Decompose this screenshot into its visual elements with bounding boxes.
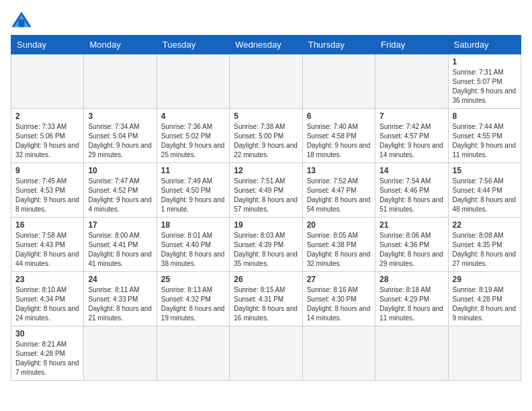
day-info: Sunrise: 7:33 AM Sunset: 5:06 PM Dayligh…: [15, 122, 79, 160]
calendar-cell: 12Sunrise: 7:51 AM Sunset: 4:49 PM Dayli…: [230, 163, 302, 218]
day-number: 23: [15, 275, 79, 284]
day-number: 21: [380, 220, 443, 230]
day-info: Sunrise: 7:44 AM Sunset: 4:55 PM Dayligh…: [453, 122, 517, 160]
calendar-cell: 18Sunrise: 8:01 AM Sunset: 4:40 PM Dayli…: [157, 218, 229, 272]
calendar-cell: [302, 326, 375, 381]
day-number: 7: [380, 111, 443, 121]
header-thursday: Thursday: [302, 36, 375, 54]
day-info: Sunrise: 8:18 AM Sunset: 4:29 PM Dayligh…: [380, 285, 443, 323]
calendar-cell: [448, 326, 521, 381]
day-number: 26: [234, 275, 298, 284]
calendar-cell: 24Sunrise: 8:11 AM Sunset: 4:33 PM Dayli…: [84, 272, 157, 326]
calendar-cell: 11Sunrise: 7:49 AM Sunset: 4:50 PM Dayli…: [157, 163, 229, 218]
calendar-cell: 5Sunrise: 7:38 AM Sunset: 5:00 PM Daylig…: [230, 109, 302, 163]
calendar-cell: [375, 54, 448, 109]
calendar-cell: 26Sunrise: 8:15 AM Sunset: 4:31 PM Dayli…: [230, 272, 302, 326]
logo: [11, 11, 35, 30]
calendar-cell: 17Sunrise: 8:00 AM Sunset: 4:41 PM Dayli…: [84, 218, 157, 272]
day-info: Sunrise: 8:01 AM Sunset: 4:40 PM Dayligh…: [161, 231, 225, 269]
day-info: Sunrise: 7:36 AM Sunset: 5:02 PM Dayligh…: [161, 122, 225, 160]
day-number: 18: [161, 220, 225, 230]
calendar-cell: 16Sunrise: 7:58 AM Sunset: 4:43 PM Dayli…: [11, 218, 84, 272]
day-info: Sunrise: 7:49 AM Sunset: 4:50 PM Dayligh…: [161, 177, 225, 214]
day-number: 6: [307, 111, 371, 121]
day-info: Sunrise: 8:00 AM Sunset: 4:41 PM Dayligh…: [88, 231, 152, 269]
day-number: 2: [15, 111, 79, 121]
calendar-cell: [375, 326, 448, 381]
day-number: 16: [15, 220, 79, 230]
calendar-cell: [230, 326, 302, 381]
calendar-cell: [157, 54, 229, 109]
day-number: 9: [15, 166, 79, 175]
calendar-week-row: 2Sunrise: 7:33 AM Sunset: 5:06 PM Daylig…: [11, 109, 521, 163]
day-info: Sunrise: 8:13 AM Sunset: 4:32 PM Dayligh…: [161, 285, 225, 323]
day-info: Sunrise: 7:52 AM Sunset: 4:47 PM Dayligh…: [307, 177, 371, 214]
day-number: 27: [307, 275, 371, 284]
calendar-cell: 30Sunrise: 8:21 AM Sunset: 4:28 PM Dayli…: [11, 326, 84, 381]
day-number: 5: [234, 111, 298, 121]
day-info: Sunrise: 8:05 AM Sunset: 4:38 PM Dayligh…: [307, 231, 371, 269]
calendar-cell: 15Sunrise: 7:56 AM Sunset: 4:44 PM Dayli…: [448, 163, 521, 218]
calendar-cell: 23Sunrise: 8:10 AM Sunset: 4:34 PM Dayli…: [11, 272, 84, 326]
calendar-header-row: SundayMondayTuesdayWednesdayThursdayFrid…: [11, 36, 521, 54]
calendar-cell: 8Sunrise: 7:44 AM Sunset: 4:55 PM Daylig…: [448, 109, 521, 163]
day-number: 20: [307, 220, 371, 230]
calendar-cell: 6Sunrise: 7:40 AM Sunset: 4:58 PM Daylig…: [302, 109, 375, 163]
calendar-cell: 1Sunrise: 7:31 AM Sunset: 5:07 PM Daylig…: [448, 54, 521, 109]
calendar-cell: 14Sunrise: 7:54 AM Sunset: 4:46 PM Dayli…: [375, 163, 448, 218]
day-info: Sunrise: 8:06 AM Sunset: 4:36 PM Dayligh…: [380, 231, 443, 269]
day-info: Sunrise: 8:16 AM Sunset: 4:30 PM Dayligh…: [307, 285, 371, 323]
day-info: Sunrise: 8:03 AM Sunset: 4:39 PM Dayligh…: [234, 231, 298, 269]
calendar-cell: 7Sunrise: 7:42 AM Sunset: 4:57 PM Daylig…: [375, 109, 448, 163]
calendar-cell: 3Sunrise: 7:34 AM Sunset: 5:04 PM Daylig…: [84, 109, 157, 163]
day-info: Sunrise: 7:47 AM Sunset: 4:52 PM Dayligh…: [88, 177, 152, 214]
header-tuesday: Tuesday: [157, 36, 229, 54]
day-number: 14: [380, 166, 443, 175]
calendar-week-row: 1Sunrise: 7:31 AM Sunset: 5:07 PM Daylig…: [11, 54, 521, 109]
day-info: Sunrise: 7:51 AM Sunset: 4:49 PM Dayligh…: [234, 177, 298, 214]
day-info: Sunrise: 8:10 AM Sunset: 4:34 PM Dayligh…: [15, 285, 79, 323]
day-number: 24: [88, 275, 152, 284]
day-number: 4: [161, 111, 225, 121]
day-info: Sunrise: 8:11 AM Sunset: 4:33 PM Dayligh…: [88, 285, 152, 323]
day-info: Sunrise: 7:38 AM Sunset: 5:00 PM Dayligh…: [234, 122, 298, 160]
day-info: Sunrise: 7:31 AM Sunset: 5:07 PM Dayligh…: [453, 68, 517, 105]
header-saturday: Saturday: [448, 36, 521, 54]
header-monday: Monday: [84, 36, 157, 54]
calendar-cell: 4Sunrise: 7:36 AM Sunset: 5:02 PM Daylig…: [157, 109, 229, 163]
day-info: Sunrise: 7:56 AM Sunset: 4:44 PM Dayligh…: [453, 177, 517, 214]
day-number: 17: [88, 220, 152, 230]
calendar-cell: 25Sunrise: 8:13 AM Sunset: 4:32 PM Dayli…: [157, 272, 229, 326]
day-number: 19: [234, 220, 298, 230]
day-info: Sunrise: 7:40 AM Sunset: 4:58 PM Dayligh…: [307, 122, 371, 160]
calendar-cell: 2Sunrise: 7:33 AM Sunset: 5:06 PM Daylig…: [11, 109, 84, 163]
calendar-cell: 13Sunrise: 7:52 AM Sunset: 4:47 PM Dayli…: [302, 163, 375, 218]
calendar-cell: [84, 326, 157, 381]
day-info: Sunrise: 7:34 AM Sunset: 5:04 PM Dayligh…: [88, 122, 152, 160]
day-number: 8: [453, 111, 517, 121]
day-number: 11: [161, 166, 225, 175]
day-number: 15: [453, 166, 517, 175]
calendar-table: SundayMondayTuesdayWednesdayThursdayFrid…: [11, 35, 521, 381]
calendar-cell: [230, 54, 302, 109]
header-sunday: Sunday: [11, 36, 84, 54]
day-info: Sunrise: 7:54 AM Sunset: 4:46 PM Dayligh…: [380, 177, 443, 214]
day-info: Sunrise: 7:45 AM Sunset: 4:53 PM Dayligh…: [15, 177, 79, 214]
day-number: 30: [15, 329, 79, 338]
day-number: 10: [88, 166, 152, 175]
calendar-week-row: 23Sunrise: 8:10 AM Sunset: 4:34 PM Dayli…: [11, 272, 521, 326]
header-wednesday: Wednesday: [230, 36, 302, 54]
calendar-cell: 22Sunrise: 8:08 AM Sunset: 4:35 PM Dayli…: [448, 218, 521, 272]
calendar-week-row: 16Sunrise: 7:58 AM Sunset: 4:43 PM Dayli…: [11, 218, 521, 272]
calendar-cell: 19Sunrise: 8:03 AM Sunset: 4:39 PM Dayli…: [230, 218, 302, 272]
svg-rect-2: [19, 19, 25, 27]
calendar-cell: [302, 54, 375, 109]
calendar-cell: [11, 54, 84, 109]
day-info: Sunrise: 8:15 AM Sunset: 4:31 PM Dayligh…: [234, 285, 298, 323]
calendar-cell: 10Sunrise: 7:47 AM Sunset: 4:52 PM Dayli…: [84, 163, 157, 218]
calendar-cell: 27Sunrise: 8:16 AM Sunset: 4:30 PM Dayli…: [302, 272, 375, 326]
calendar-cell: 21Sunrise: 8:06 AM Sunset: 4:36 PM Dayli…: [375, 218, 448, 272]
day-number: 29: [453, 275, 517, 284]
day-info: Sunrise: 7:58 AM Sunset: 4:43 PM Dayligh…: [15, 231, 79, 269]
header-friday: Friday: [375, 36, 448, 54]
